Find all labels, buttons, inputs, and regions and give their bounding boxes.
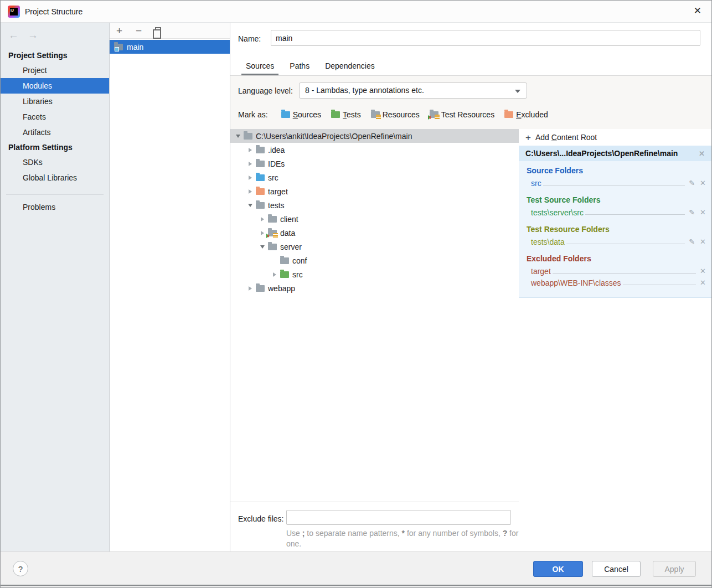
chevron-collapsed-icon[interactable] (261, 217, 264, 221)
tab-paths[interactable]: Paths (290, 58, 309, 75)
folder-testres-icon (268, 230, 277, 236)
mark-as-row: Mark as: SourcesTestsResourcesTest Resou… (238, 110, 558, 119)
sidebar-item-modules[interactable]: Modules (1, 78, 109, 94)
folder-item[interactable]: tests\data✎✕ (527, 236, 706, 247)
expander-box (246, 286, 255, 291)
mark-as-resources[interactable]: Resources (371, 110, 420, 119)
add-content-root-button[interactable]: + Add Content Root (519, 129, 711, 146)
remove-folder-icon[interactable]: ✕ (700, 278, 706, 287)
tree-row[interactable]: src (230, 267, 519, 281)
sidebar-item-artifacts[interactable]: Artifacts (1, 125, 109, 140)
chevron-collapsed-icon[interactable] (249, 286, 252, 291)
expander-box (258, 245, 267, 249)
apply-button: Apply (653, 561, 696, 577)
mark-as-test-resources[interactable]: Test Resources (430, 110, 494, 119)
content-root-path: C:\Users\...IdeaProjects\OpenRefine\main (525, 149, 699, 158)
tree-row[interactable]: conf (230, 254, 519, 267)
content-root-tree: C:\Users\ankit\IdeaProjects\OpenRefine\m… (230, 129, 519, 502)
source-folders-title: Source Folders (527, 166, 706, 177)
chevron-expanded-icon[interactable] (236, 135, 240, 138)
tree-row[interactable]: target (230, 184, 519, 198)
folder-item[interactable]: src✎✕ (527, 177, 706, 189)
bottom-edge: 26'8 CRl (1, 585, 711, 588)
folder-gray-icon (268, 244, 277, 250)
tree-node-label: src (292, 270, 303, 279)
ok-button[interactable]: OK (533, 561, 583, 577)
content-root-header[interactable]: C:\Users\...IdeaProjects\OpenRefine\main… (519, 146, 711, 161)
folder-green-icon (280, 271, 289, 278)
add-content-root-label: Add Content Root (535, 133, 597, 142)
testres-folders-title: Test Resource Folders (527, 225, 706, 236)
tree-row[interactable]: src (230, 171, 519, 184)
chevron-collapsed-icon[interactable] (261, 231, 264, 235)
remove-module-icon[interactable]: − (136, 25, 142, 36)
add-module-icon[interactable]: + (116, 25, 122, 36)
tree-row[interactable]: tests (230, 198, 519, 212)
chevron-collapsed-icon[interactable] (249, 148, 252, 152)
folder-item[interactable]: tests\server\src✎✕ (527, 207, 706, 218)
tree-row[interactable]: C:\Users\ankit\IdeaProjects\OpenRefine\m… (230, 129, 519, 143)
folder-gray-icon (280, 257, 289, 264)
tree-row[interactable]: server (230, 240, 519, 254)
mark-as-excluded[interactable]: Excluded (504, 110, 548, 119)
edit-pencil-icon[interactable]: ✎ (689, 179, 695, 187)
close-icon[interactable]: ✕ (694, 1, 701, 22)
mark-as-label: Mark as: (238, 110, 268, 119)
back-arrow-icon[interactable]: ← (8, 29, 19, 41)
tree-row[interactable]: IDEs (230, 157, 519, 171)
tree-row[interactable]: data (230, 226, 519, 240)
folder-item[interactable]: webapp\WEB-INF\classes✕ (527, 277, 706, 288)
language-level-value: 8 - Lambdas, type annotations etc. (305, 86, 424, 95)
sidebar-item-project[interactable]: Project (1, 63, 109, 78)
sidebar-item-global-libraries[interactable]: Global Libraries (1, 170, 109, 185)
exclude-files-input[interactable] (286, 510, 511, 525)
edit-pencil-icon[interactable]: ✎ (689, 208, 695, 216)
sidebar-divider (6, 194, 104, 195)
chevron-expanded-icon[interactable] (248, 204, 252, 207)
chevron-collapsed-icon[interactable] (249, 189, 252, 194)
tree-node-label: C:\Users\ankit\IdeaProjects\OpenRefine\m… (256, 132, 412, 141)
tab-dependencies[interactable]: Dependencies (325, 58, 375, 75)
chevron-collapsed-icon[interactable] (249, 162, 252, 166)
tree-row[interactable]: client (230, 212, 519, 226)
chevron-collapsed-icon[interactable] (249, 176, 252, 180)
edit-pencil-icon[interactable]: ✎ (689, 238, 695, 246)
tree-node-label: target (268, 187, 288, 196)
folder-item[interactable]: target✕ (527, 265, 706, 277)
remove-folder-icon[interactable]: ✕ (700, 267, 706, 275)
mark-as-item-label: Tests (343, 110, 361, 119)
exclude-hint: Use ; to separate name patterns, * for a… (286, 528, 519, 549)
help-button[interactable]: ? (13, 561, 28, 576)
tab-sources[interactable]: Sources (246, 58, 274, 75)
cancel-button[interactable]: Cancel (592, 561, 641, 577)
sidebar-item-sdks[interactable]: SDKs (1, 154, 109, 170)
expander-box (246, 162, 255, 166)
test-folders-group: Test Source Folderstests\server\src✎✕ (527, 195, 706, 218)
sidebar-item-problems[interactable]: Problems (1, 199, 109, 215)
titlebar: Project Structure ✕ (1, 1, 711, 23)
mark-as-item-label: Sources (293, 110, 321, 119)
mark-as-sources[interactable]: Sources (281, 110, 321, 119)
mark-as-tests[interactable]: Tests (331, 110, 361, 119)
tree-row[interactable]: webapp (230, 281, 519, 295)
sidebar-item-libraries[interactable]: Libraries (1, 94, 109, 109)
language-level-select[interactable]: 8 - Lambdas, type annotations etc. (299, 82, 527, 99)
copy-module-icon[interactable] (155, 27, 161, 34)
tree-row[interactable]: .idea (230, 143, 519, 157)
tree-node-label: src (268, 173, 278, 182)
mark-as-item-label: Resources (383, 110, 420, 119)
module-row[interactable]: main (110, 40, 230, 54)
remove-content-root-icon[interactable]: ✕ (699, 149, 705, 158)
sidebar-item-facets[interactable]: Facets (1, 109, 109, 125)
folder-gray-icon (244, 133, 252, 140)
tree-node-label: conf (292, 256, 307, 265)
chevron-expanded-icon[interactable] (260, 245, 265, 249)
forward-arrow-icon[interactable]: → (28, 29, 38, 41)
remove-folder-icon[interactable]: ✕ (700, 238, 706, 246)
editor-tabs: SourcesPathsDependencies (230, 58, 711, 76)
expander-box (270, 272, 279, 277)
remove-folder-icon[interactable]: ✕ (700, 208, 706, 216)
module-name-input[interactable] (271, 30, 700, 46)
remove-folder-icon[interactable]: ✕ (700, 179, 706, 187)
chevron-collapsed-icon[interactable] (273, 272, 276, 277)
